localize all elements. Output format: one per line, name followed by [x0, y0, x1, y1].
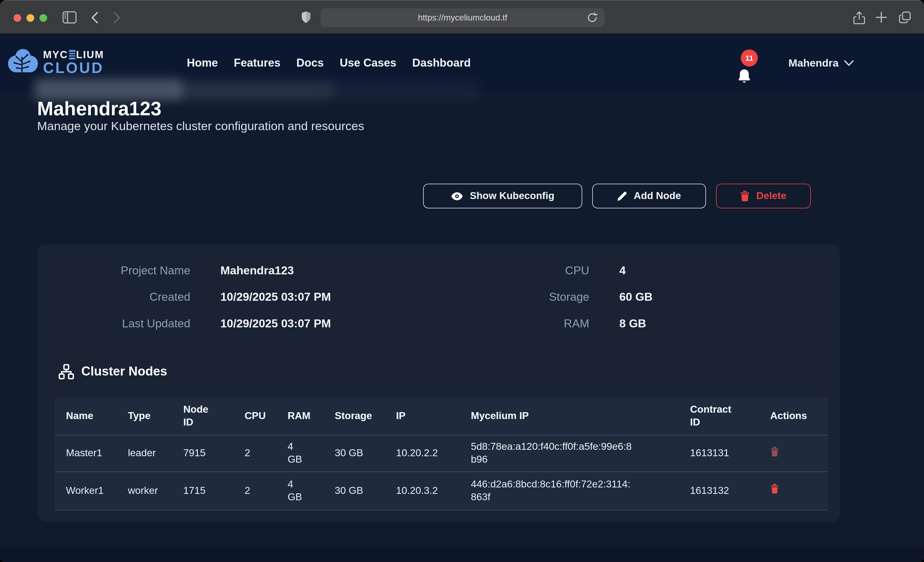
node-cpu: 2 [233, 472, 276, 510]
tab-overview-icon[interactable] [898, 11, 911, 24]
detail-row: Last Updated 10/29/2025 03:07 PM [38, 310, 331, 336]
delete-node-button[interactable] [770, 484, 779, 496]
chevron-down-icon [844, 60, 854, 66]
col-cpu: CPU [233, 398, 276, 435]
col-type: Type [117, 398, 172, 435]
node-storage: 30 GB [324, 472, 385, 510]
cluster-nodes-heading: Cluster Nodes [58, 364, 167, 380]
footer-band [0, 547, 924, 562]
node-actions [759, 472, 828, 510]
node-name: Worker1 [55, 472, 117, 510]
user-name: Mahendra [789, 57, 838, 69]
node-id: 7915 [172, 435, 233, 471]
table-row: Master1 leader 7915 2 4 GB 30 GB 10.20.2… [55, 435, 828, 471]
url-text: https://myceliumcloud.tf [418, 13, 507, 22]
node-ram: 4 GB [276, 435, 324, 471]
project-name-value: Mahendra123 [220, 264, 294, 277]
details-left-column: Project Name Mahendra123 Created 10/29/2… [38, 257, 331, 336]
cluster-nodes-table: Name Type Node ID CPU RAM Storage IP Myc… [55, 398, 828, 510]
node-type: leader [117, 435, 172, 471]
detail-row: CPU 4 [450, 257, 652, 284]
detail-row: Storage 60 GB [450, 284, 652, 310]
col-ram: RAM [276, 398, 324, 435]
delete-node-button[interactable] [770, 447, 779, 458]
node-ip: 10.20.3.2 [385, 472, 460, 510]
node-mycelium-ip: 5d8:78ea:a120:f40c:ff0f:a5fe:99e6:8b96 [460, 435, 679, 471]
new-tab-icon[interactable] [876, 12, 887, 23]
page-subtitle: Manage your Kubernetes cluster configura… [37, 119, 364, 133]
trash-icon [770, 484, 779, 494]
delete-cluster-button[interactable]: Delete [716, 184, 811, 209]
main-navigation: Home Features Docs Use Cases Dashboard [187, 34, 471, 93]
cloud-logo-icon [7, 48, 39, 77]
cluster-nodes-title: Cluster Nodes [81, 364, 167, 379]
node-id: 1715 [172, 472, 233, 510]
node-mycelium-ip: 446:d2a6:8bcd:8c16:ff0f:72e2:3114:863f [460, 472, 679, 510]
stylized-e-glyph [69, 50, 75, 59]
zoom-window-button[interactable] [39, 14, 47, 21]
details-right-column: CPU 4 Storage 60 GB RAM 8 GB [450, 257, 652, 336]
cluster-details-panel: Project Name Mahendra123 Created 10/29/2… [38, 244, 840, 522]
sidebar-toggle-icon[interactable] [63, 11, 76, 24]
node-type: worker [117, 472, 172, 510]
detail-row: RAM 8 GB [450, 310, 652, 336]
nav-item-features[interactable]: Features [234, 57, 280, 70]
notifications-button[interactable]: 11 [734, 57, 760, 87]
col-mycelium-ip: Mycelium IP [460, 398, 679, 435]
node-storage: 30 GB [324, 435, 385, 471]
detail-row: Created 10/29/2025 03:07 PM [38, 284, 331, 310]
address-bar[interactable]: https://myceliumcloud.tf [321, 8, 605, 27]
trash-icon [740, 191, 750, 201]
ram-value: 8 GB [620, 317, 646, 330]
col-name: Name [55, 398, 117, 435]
user-menu[interactable]: Mahendra [789, 34, 854, 93]
forward-button[interactable] [113, 12, 121, 24]
pencil-icon [617, 191, 627, 201]
top-navbar: MYC LIUM CLOUD Home Features Docs Use Ca… [0, 34, 924, 93]
privacy-shield-icon[interactable] [301, 11, 311, 24]
node-contract-id: 1613132 [679, 472, 759, 510]
browser-window: https://myceliumcloud.tf [0, 0, 924, 562]
nav-item-use-cases[interactable]: Use Cases [340, 57, 396, 70]
node-name: Master1 [55, 435, 117, 471]
eye-icon [451, 191, 463, 200]
node-cpu: 2 [233, 435, 276, 471]
reload-icon[interactable] [588, 12, 597, 25]
col-actions: Actions [759, 398, 828, 435]
node-ip: 10.20.2.2 [385, 435, 460, 471]
col-node-id: Node ID [172, 398, 233, 435]
col-storage: Storage [324, 398, 385, 435]
storage-value: 60 GB [620, 290, 652, 304]
cpu-value: 4 [620, 264, 626, 277]
created-label: Created [38, 290, 190, 304]
last-updated-value: 10/29/2025 03:07 PM [220, 317, 331, 330]
created-value: 10/29/2025 03:07 PM [220, 290, 331, 304]
project-name-label: Project Name [38, 264, 190, 277]
show-kubeconfig-button[interactable]: Show Kubeconfig [423, 184, 582, 209]
nav-item-docs[interactable]: Docs [297, 57, 324, 70]
nav-item-home[interactable]: Home [187, 57, 218, 70]
close-window-button[interactable] [14, 14, 21, 21]
add-node-button[interactable]: Add Node [592, 184, 706, 209]
node-ram: 4 GB [276, 472, 324, 510]
back-button[interactable] [91, 12, 99, 24]
share-icon[interactable] [853, 11, 865, 25]
node-actions [759, 435, 828, 471]
page-title: Mahendra123 [37, 97, 162, 121]
col-contract-id: Contract ID [679, 398, 759, 435]
last-updated-label: Last Updated [38, 317, 190, 330]
cpu-label: CPU [450, 264, 590, 277]
detail-row: Project Name Mahendra123 [38, 257, 331, 284]
nav-item-dashboard[interactable]: Dashboard [412, 57, 471, 70]
minimize-window-button[interactable] [26, 14, 34, 21]
storage-label: Storage [450, 290, 590, 304]
brand-wordmark: MYC LIUM CLOUD [43, 49, 104, 75]
table-header-row: Name Type Node ID CPU RAM Storage IP Myc… [55, 398, 828, 435]
brand-logo[interactable]: MYC LIUM CLOUD [7, 48, 104, 77]
bell-icon [736, 69, 752, 87]
notification-count-badge: 11 [741, 49, 758, 67]
browser-toolbar: https://myceliumcloud.tf [0, 0, 924, 34]
ram-label: RAM [450, 317, 590, 330]
table-row: Worker1 worker 1715 2 4 GB 30 GB 10.20.3… [55, 472, 828, 510]
page-body: Mahendra123 Manage your Kubernetes clust… [0, 34, 924, 562]
